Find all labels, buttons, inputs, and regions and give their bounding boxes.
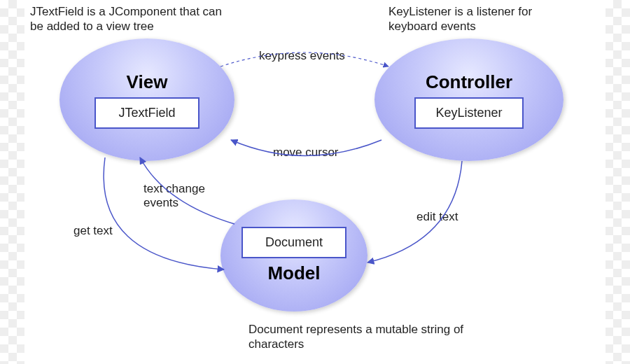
edge-edittext-label: edit text [416, 210, 458, 224]
controller-box: KeyListener [414, 97, 523, 129]
view-box: JTextField [94, 97, 200, 129]
controller-caption: KeyListener is a listener for keyboard e… [388, 4, 570, 34]
model-box: Document [241, 227, 346, 258]
view-node: View JTextField [59, 38, 234, 161]
view-title: View [127, 71, 168, 93]
model-title: Model [267, 262, 320, 284]
controller-node: Controller KeyListener [374, 38, 564, 161]
model-node: Document Model [220, 200, 368, 312]
edge-movecursor-label: move cursor [273, 146, 339, 160]
edge-view-to-model [104, 158, 224, 270]
edge-gettext-label: get text [74, 224, 113, 238]
edge-keypress-label: keypress events [259, 49, 345, 63]
view-caption: JTextField is a JComponent that can be a… [30, 4, 233, 34]
controller-title: Controller [426, 71, 512, 93]
edge-textchange-label: text change events [144, 182, 220, 211]
model-caption: Document represents a mutable string of … [248, 322, 486, 352]
diagram-canvas: JTextField is a JComponent that can be a… [24, 0, 606, 364]
